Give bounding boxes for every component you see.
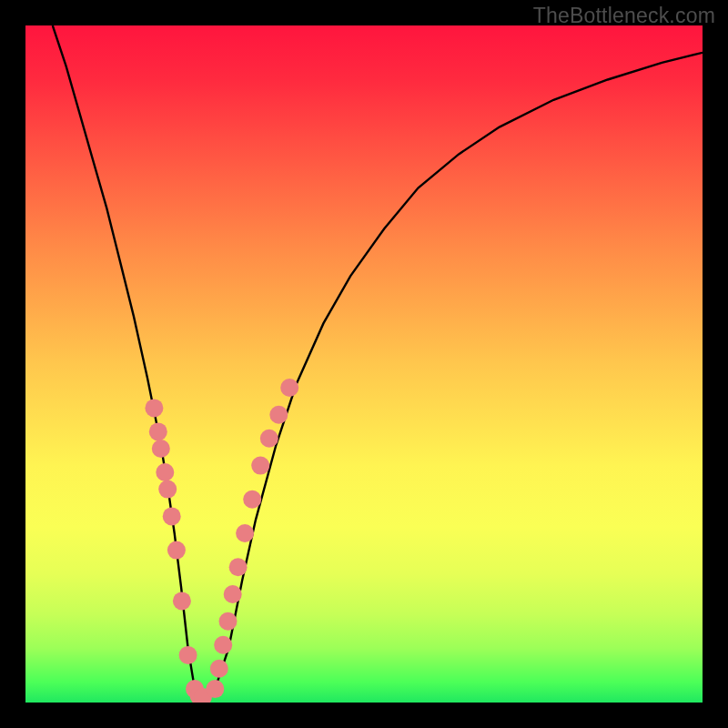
data-point	[206, 680, 224, 698]
data-point	[152, 440, 170, 458]
watermark-text: TheBottleneck.com	[533, 4, 715, 28]
data-point	[224, 585, 242, 603]
chart-area	[25, 25, 703, 703]
data-point	[179, 646, 197, 664]
data-point	[163, 507, 181, 525]
data-point	[251, 457, 269, 475]
curve-line	[53, 25, 703, 697]
data-point	[210, 660, 228, 678]
data-point	[219, 612, 238, 631]
data-point	[236, 524, 254, 542]
data-point	[260, 430, 278, 448]
dots-left-cluster	[145, 399, 212, 703]
dots-right-cluster	[206, 379, 298, 698]
data-point	[149, 422, 167, 440]
data-point	[167, 541, 186, 560]
data-point	[229, 558, 248, 576]
data-point	[145, 399, 163, 417]
data-point	[156, 463, 174, 481]
data-point	[173, 592, 191, 610]
data-point	[243, 490, 261, 509]
v-curve-plot	[25, 25, 703, 703]
data-point	[280, 379, 298, 397]
data-point	[214, 636, 232, 654]
data-point	[269, 406, 288, 424]
data-point	[158, 480, 177, 499]
